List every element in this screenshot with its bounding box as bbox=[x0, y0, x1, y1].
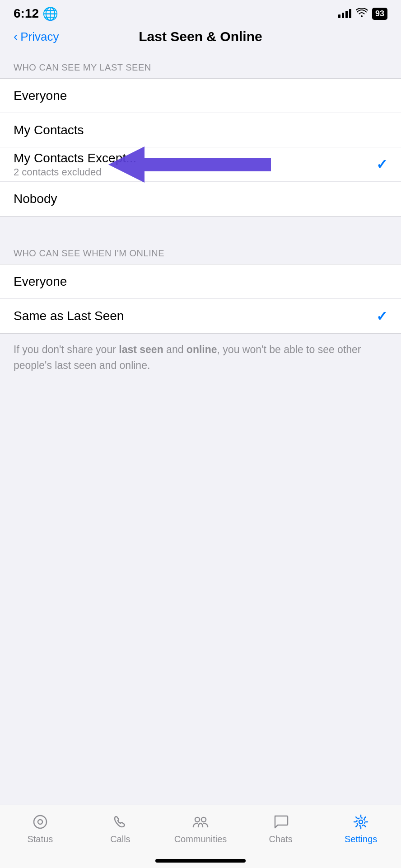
globe-icon: 🌐 bbox=[42, 6, 58, 21]
signal-icon bbox=[338, 9, 351, 18]
battery-indicator: 93 bbox=[372, 8, 387, 20]
item-label-everyone-online: Everyone bbox=[14, 274, 67, 289]
svg-point-5 bbox=[359, 820, 363, 824]
tab-label-calls: Calls bbox=[110, 834, 130, 844]
communities-icon bbox=[191, 812, 210, 831]
section-header-last-seen: WHO CAN SEE MY LAST SEEN bbox=[0, 53, 401, 78]
list-item-content: My Contacts bbox=[14, 123, 84, 137]
checkmark-icon-same: ✓ bbox=[376, 308, 387, 324]
checkmark-icon-except: ✓ bbox=[376, 156, 387, 172]
online-list: Everyone Same as Last Seen ✓ bbox=[0, 264, 401, 334]
chats-icon bbox=[271, 812, 290, 831]
list-item-content: Everyone bbox=[14, 274, 67, 289]
arrow-svg bbox=[108, 146, 271, 183]
list-item-content-nobody: Nobody bbox=[14, 192, 57, 206]
section-title-online: WHO CAN SEE WHEN I'M ONLINE bbox=[14, 248, 164, 258]
back-button[interactable]: ‹ Privacy bbox=[14, 29, 59, 44]
svg-point-1 bbox=[34, 816, 47, 828]
arrow-annotation bbox=[108, 146, 271, 184]
list-item-nobody[interactable]: Nobody bbox=[0, 182, 401, 216]
wifi-icon bbox=[356, 8, 368, 19]
section-title-last-seen: WHO CAN SEE MY LAST SEEN bbox=[14, 62, 151, 72]
tab-bar: Status Calls Communities Chats bbox=[0, 805, 401, 868]
calls-icon bbox=[111, 812, 130, 831]
home-indicator bbox=[155, 859, 246, 863]
tab-label-chats: Chats bbox=[269, 834, 292, 844]
list-item-content: Everyone bbox=[14, 89, 67, 103]
item-label-everyone-ls: Everyone bbox=[14, 89, 67, 103]
item-label-nobody: Nobody bbox=[14, 192, 57, 206]
page-title: Last Seen & Online bbox=[139, 29, 262, 44]
settings-icon bbox=[351, 812, 370, 831]
list-item-content-same: Same as Last Seen bbox=[14, 309, 124, 323]
list-item-my-contacts[interactable]: My Contacts bbox=[0, 113, 401, 147]
item-label-same-as-last-seen: Same as Last Seen bbox=[14, 309, 124, 323]
tab-label-communities: Communities bbox=[174, 834, 227, 844]
tab-item-calls[interactable]: Calls bbox=[80, 812, 161, 844]
status-time: 6:12 🌐 bbox=[14, 6, 58, 21]
info-section: If you don't share your last seen and on… bbox=[0, 334, 401, 384]
time-text: 6:12 bbox=[14, 6, 39, 21]
list-item-everyone-online[interactable]: Everyone bbox=[0, 264, 401, 299]
list-item-same-as-last-seen[interactable]: Same as Last Seen ✓ bbox=[0, 299, 401, 333]
back-chevron-icon: ‹ bbox=[14, 29, 18, 44]
item-label-my-contacts: My Contacts bbox=[14, 123, 84, 137]
status-icons: 93 bbox=[338, 8, 387, 20]
info-text: If you don't share your last seen and on… bbox=[14, 342, 387, 373]
status-icon bbox=[31, 812, 50, 831]
back-label: Privacy bbox=[20, 30, 59, 44]
tab-item-chats[interactable]: Chats bbox=[241, 812, 321, 844]
status-bar: 6:12 🌐 93 bbox=[0, 0, 401, 24]
section-spacer bbox=[0, 217, 401, 239]
tab-label-settings: Settings bbox=[345, 834, 377, 844]
svg-point-4 bbox=[201, 817, 206, 822]
list-item-everyone-ls[interactable]: Everyone bbox=[0, 79, 401, 113]
tab-item-settings[interactable]: Settings bbox=[321, 812, 401, 844]
tab-item-communities[interactable]: Communities bbox=[160, 812, 241, 844]
svg-point-3 bbox=[195, 817, 200, 822]
battery-text: 93 bbox=[375, 9, 384, 18]
tab-item-status[interactable]: Status bbox=[0, 812, 80, 844]
svg-marker-0 bbox=[108, 146, 271, 183]
svg-point-6 bbox=[357, 818, 365, 826]
section-header-online: WHO CAN SEE WHEN I'M ONLINE bbox=[0, 239, 401, 264]
svg-point-2 bbox=[38, 820, 42, 824]
nav-header: ‹ Privacy Last Seen & Online bbox=[0, 24, 401, 53]
tab-label-status: Status bbox=[27, 834, 53, 844]
